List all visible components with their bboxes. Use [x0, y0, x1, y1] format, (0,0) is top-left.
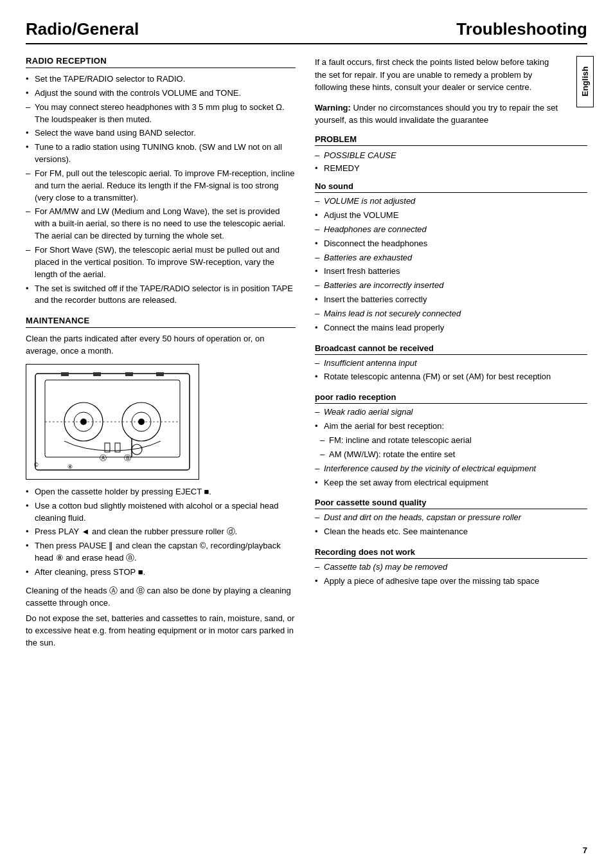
problem-meta-list: POSSIBLE CAUSEREMEDY	[315, 150, 587, 176]
maintenance-list: Open the cassette holder by pressing EJE…	[26, 486, 296, 579]
radio-reception-title: RADIO RECEPTION	[26, 56, 296, 68]
problem-meta-item: POSSIBLE CAUSE	[315, 150, 587, 162]
problem-section: Recording does not workCassette tab (s) …	[315, 547, 587, 588]
svg-text:⑧: ⑧	[67, 464, 73, 470]
maintenance-item: After cleaning, press STOP ■.	[26, 566, 296, 579]
problem-items: VOLUME is not adjustedAdjust the VOLUMEH…	[315, 195, 587, 334]
radio-reception-item: You may connect stereo headphones with 3…	[26, 102, 296, 126]
radio-reception-item: For Short Wave (SW), the telescopic aeri…	[26, 244, 296, 281]
warning-body: Under no circomstances should you try to…	[315, 103, 558, 125]
problem-item: Batteries are incorrectly inserted	[315, 280, 587, 292]
problem-item: Connect the mains lead properly	[315, 322, 587, 334]
svg-rect-1	[45, 380, 180, 457]
radio-reception-item: Set the TAPE/RADIO selector to RADIO.	[26, 73, 296, 86]
problem-section-title: No sound	[315, 181, 587, 193]
maintenance-section: MAINTENANCE Clean the parts indicated af…	[26, 316, 296, 649]
svg-rect-17	[61, 372, 69, 376]
problem-item: Aim the aerial for best reception:	[315, 420, 587, 433]
english-tab: English	[576, 56, 594, 107]
problem-item: Adjust the VOLUME	[315, 210, 587, 222]
problem-item: Weak radio aerial signal	[315, 406, 587, 419]
problem-item: Apply a piece of adhesive tape over the …	[315, 575, 587, 588]
problem-items: Insufficient antenna inputRotate telesco…	[315, 357, 587, 384]
problem-item: Insufficient antenna input	[315, 357, 587, 370]
warning-label: Warning:	[315, 103, 351, 113]
problem-item: Rotate telescopic antenna (FM) or set (A…	[315, 371, 587, 383]
radio-reception-list: Set the TAPE/RADIO selector to RADIO.Adj…	[26, 73, 296, 307]
right-column: English If a fault occurs, first check t…	[315, 56, 587, 658]
problem-section-title: Poor cassette sound quality	[315, 498, 587, 509]
radio-reception-item: Tune to a radio station using TUNING kno…	[26, 141, 296, 166]
header-left: Radio/General	[26, 19, 139, 39]
problem-item: Clean the heads etc. See maintenance	[315, 526, 587, 538]
problem-item: Cassette tab (s) may be removed	[315, 561, 587, 574]
problem-item: Insert fresh batteries	[315, 266, 587, 278]
problem-items: Dust and dirt on the heads, capstan or p…	[315, 512, 587, 538]
problem-items: Weak radio aerial signalAim the aerial f…	[315, 406, 587, 489]
main-layout: RADIO RECEPTION Set the TAPE/RADIO selec…	[26, 56, 587, 658]
svg-point-8	[138, 419, 145, 425]
maintenance-extra: Cleaning of the heads Ⓐ and Ⓑ can also b…	[26, 585, 296, 649]
radio-reception-item: The set is switched off if the TAPE/RADI…	[26, 283, 296, 307]
problem-sections: No soundVOLUME is not adjustedAdjust the…	[315, 181, 587, 588]
svg-text:©: ©	[34, 462, 39, 468]
radio-reception-item: Adjust the sound with the controls VOLUM…	[26, 87, 296, 100]
radio-reception-item: Select the wave band using BAND selector…	[26, 127, 296, 140]
svg-text:Ⓐ: Ⓐ	[100, 454, 107, 462]
problem-section: No soundVOLUME is not adjustedAdjust the…	[315, 181, 587, 334]
maintenance-title: MAINTENANCE	[26, 316, 296, 328]
header-right: Troubleshooting	[456, 19, 587, 39]
troubleshoot-intro: If a fault occurs, first check the point…	[315, 56, 587, 94]
problem-section: poor radio receptionWeak radio aerial si…	[315, 392, 587, 489]
warning-text: Warning: Under no circomstances should y…	[315, 102, 587, 127]
problem-item: Mains lead is not securely connected	[315, 308, 587, 320]
radio-reception-item: For AM/MW and LW (Medium and Long Wave),…	[26, 206, 296, 242]
problem-item: Batteries are exhausted	[315, 252, 587, 264]
problem-item: Headphones are connected	[315, 224, 587, 236]
svg-rect-19	[125, 372, 133, 376]
cassette-svg: Ⓐ Ⓑ © ⑧	[29, 367, 196, 476]
problem-section: Poor cassette sound qualityDust and dirt…	[315, 498, 587, 538]
svg-point-5	[80, 419, 87, 425]
problem-item: Dust and dirt on the heads, capstan or p…	[315, 512, 587, 524]
page-number: 7	[583, 845, 587, 855]
problem-item: Keep the set away from electrical equipm…	[315, 477, 587, 489]
problem-item: Interference caused by the vicinity of e…	[315, 463, 587, 475]
problem-header: PROBLEM	[315, 134, 587, 146]
problem-items: Cassette tab (s) may be removedApply a p…	[315, 561, 587, 588]
radio-reception-section: RADIO RECEPTION Set the TAPE/RADIO selec…	[26, 56, 296, 307]
maintenance-item: Press PLAY ◄ and clean the rubber pressu…	[26, 526, 296, 538]
svg-rect-18	[93, 372, 101, 376]
maintenance-extra-para: Cleaning of the heads Ⓐ and Ⓑ can also b…	[26, 585, 296, 610]
problem-section-title: Recording does not work	[315, 547, 587, 559]
cassette-diagram: Ⓐ Ⓑ © ⑧	[26, 364, 199, 480]
problem-section: Broadcast cannot be receivedInsufficient…	[315, 343, 587, 384]
svg-text:Ⓑ: Ⓑ	[124, 454, 131, 462]
maintenance-item: Use a cotton bud slightly moistened with…	[26, 500, 296, 525]
maintenance-item: Open the cassette holder by pressing EJE…	[26, 486, 296, 498]
problem-item: FM: incline and rotate telescopic aerial	[315, 435, 587, 447]
maintenance-item: Then press PAUSE ‖ and clean the capstan…	[26, 540, 296, 565]
problem-section-title: Broadcast cannot be received	[315, 343, 587, 355]
radio-reception-item: For FM, pull out the telescopic aerial. …	[26, 168, 296, 204]
problem-section-title: poor radio reception	[315, 392, 587, 404]
page-header: Radio/General Troubleshooting	[26, 19, 587, 44]
left-column: RADIO RECEPTION Set the TAPE/RADIO selec…	[26, 56, 296, 658]
maintenance-extra-para: Do not expose the set, batteries and cas…	[26, 613, 296, 649]
svg-rect-20	[156, 372, 164, 376]
problem-item: AM (MW/LW): rotate the entire set	[315, 449, 587, 461]
problem-item: Insert the batteries correctly	[315, 294, 587, 306]
problem-item: VOLUME is not adjusted	[315, 195, 587, 208]
maintenance-intro: Clean the parts indicated after every 50…	[26, 333, 296, 357]
problem-item: Disconnect the headphones	[315, 238, 587, 250]
problem-meta-item: REMEDY	[315, 163, 587, 175]
